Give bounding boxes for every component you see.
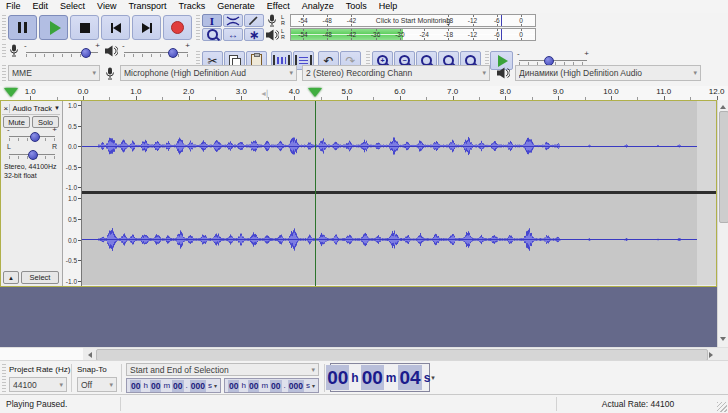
recording-volume-handle[interactable] <box>81 48 91 58</box>
playback-device-select[interactable]: Динамики (High Definition Audio▾ <box>515 65 701 81</box>
recording-device-select[interactable]: Microphone (High Definition Aud▾ <box>120 65 297 81</box>
selection-tool-button[interactable]: I <box>202 14 222 27</box>
stop-button[interactable] <box>70 15 99 40</box>
time-digit-group[interactable]: 00 <box>326 365 349 390</box>
window-resize-grip[interactable] <box>717 402 727 412</box>
vertical-ruler-label: -1.0 <box>66 278 77 285</box>
menu-tracks[interactable]: Tracks <box>173 0 212 13</box>
scroll-up-button[interactable] <box>718 100 728 111</box>
timeline-ruler[interactable]: ◄▏ 1.00.01.02.03.04.05.06.07.08.09.010.0… <box>0 86 728 101</box>
time-digit-group[interactable]: 00 <box>150 380 161 392</box>
vertical-scroll-thumb[interactable] <box>719 111 728 223</box>
time-digit-group[interactable]: 00 <box>270 380 281 392</box>
track-close-button[interactable]: × <box>2 104 10 113</box>
snap-to-select[interactable]: Off▾ <box>77 377 117 392</box>
time-unit-label[interactable]: m <box>163 381 170 390</box>
pinned-playhead-icon[interactable] <box>4 88 18 97</box>
play-button[interactable] <box>39 15 68 40</box>
vertical-scrollbar[interactable] <box>717 100 728 347</box>
selection-mode-select[interactable]: Start and End of Selection▾ <box>126 363 319 376</box>
time-digit-group[interactable]: 000 <box>288 380 304 392</box>
track-pan-handle[interactable] <box>28 150 38 160</box>
zoom-tool-button[interactable] <box>202 28 222 41</box>
track-menu-arrow-icon[interactable]: ▼ <box>54 105 60 111</box>
menu-file[interactable]: File <box>0 0 27 13</box>
meter-monitor-message[interactable]: Click to Start Monitoring <box>291 17 535 24</box>
menu-effect[interactable]: Effect <box>261 0 296 13</box>
envelope-tool-button[interactable] <box>223 14 243 27</box>
horizontal-scrollbar[interactable] <box>0 347 728 360</box>
record-meter-mic-icon[interactable] <box>267 14 277 27</box>
selection-start-field[interactable]: 00h00m00.000s▾ <box>126 378 221 393</box>
waveform-right-channel[interactable] <box>82 194 716 285</box>
scroll-down-button[interactable] <box>718 335 728 346</box>
time-unit-label[interactable]: h <box>143 381 147 390</box>
time-digit-group[interactable]: 00 <box>248 380 259 392</box>
track-gain-handle[interactable] <box>30 132 40 142</box>
playback-meter[interactable]: -54-48-42-36-30-24-18-12-60 <box>290 28 536 41</box>
scroll-left-button[interactable] <box>83 349 93 360</box>
device-toolbar-grip[interactable] <box>2 65 6 83</box>
time-digit-group[interactable]: 04 <box>398 365 421 390</box>
skip-to-end-button[interactable] <box>132 15 161 40</box>
playback-volume-slider[interactable]: - + <box>124 45 188 59</box>
time-unit-label[interactable]: . <box>284 381 286 390</box>
recording-volume-slider[interactable]: - + <box>26 45 98 59</box>
time-digit-group[interactable]: 00 <box>130 380 141 392</box>
playback-volume-handle[interactable] <box>168 48 178 58</box>
selection-end-format-arrow[interactable]: ▾ <box>312 382 315 389</box>
time-digit-group[interactable]: 00 <box>361 365 384 390</box>
track-format-info: Stereo, 44100Hz <box>4 163 57 170</box>
time-unit-label[interactable]: h <box>241 381 245 390</box>
track-title[interactable]: Audio Track <box>12 104 52 113</box>
time-unit-label[interactable]: h <box>351 371 358 385</box>
time-unit-label[interactable]: s <box>306 381 310 390</box>
menu-select[interactable]: Select <box>54 0 91 13</box>
audio-position-timer[interactable]: 00h00m04s▾ <box>330 363 430 392</box>
menu-tools[interactable]: Tools <box>340 0 373 13</box>
time-digit-group[interactable]: 00 <box>172 380 183 392</box>
menu-generate[interactable]: Generate <box>211 0 261 13</box>
menu-view[interactable]: View <box>91 0 122 13</box>
record-button[interactable] <box>163 15 192 40</box>
play-meter-speaker-icon[interactable] <box>266 29 279 41</box>
time-shift-tool-button[interactable]: ↔ <box>223 28 243 41</box>
multi-tool-button[interactable]: ∗ <box>244 28 264 41</box>
recording-meter[interactable]: -54-48-42-18-12-60Click to Start Monitor… <box>290 14 536 27</box>
empty-track-area[interactable] <box>0 287 717 347</box>
track-select-button[interactable]: Select <box>21 271 59 284</box>
draw-tool-button[interactable] <box>244 14 264 27</box>
selection-toolbar-grip[interactable] <box>2 364 6 392</box>
menu-transport[interactable]: Transport <box>122 0 172 13</box>
track-gain-slider[interactable]: - + <box>9 129 55 143</box>
track-collapse-button[interactable]: ▲ <box>3 271 19 284</box>
tools-toolbar-grip[interactable] <box>196 15 200 42</box>
project-rate-select[interactable]: 44100▾ <box>9 377 67 392</box>
waveform-left-channel[interactable] <box>82 101 716 191</box>
selection-start-format-arrow[interactable]: ▾ <box>214 382 217 389</box>
scroll-right-button[interactable] <box>707 349 717 360</box>
pause-button[interactable] <box>8 15 37 40</box>
time-unit-label[interactable]: m <box>261 381 268 390</box>
time-unit-label[interactable]: s <box>208 381 212 390</box>
track-header: × Audio Track ▼ <box>2 102 60 115</box>
menu-edit[interactable]: Edit <box>27 0 55 13</box>
menu-analyze[interactable]: Analyze <box>296 0 340 13</box>
status-message: Playing Paused. <box>6 399 67 409</box>
audio-host-select[interactable]: MME▾ <box>8 65 100 81</box>
track-pan-slider[interactable]: L R <box>9 147 55 161</box>
time-unit-label[interactable]: . <box>186 381 188 390</box>
transport-toolbar-grip[interactable] <box>2 15 6 40</box>
playhead-triangle-icon[interactable] <box>308 88 322 97</box>
vertical-scale-ruler[interactable]: 1.00.50.0-0.5-1.01.00.50.0-0.5-1.0 <box>63 101 82 286</box>
time-unit-label[interactable]: s <box>424 371 431 385</box>
mixer-toolbar-grip[interactable] <box>2 44 6 59</box>
menu-help[interactable]: Help <box>373 0 404 13</box>
time-digit-group[interactable]: 000 <box>190 380 206 392</box>
skip-to-start-button[interactable] <box>101 15 130 40</box>
time-unit-label[interactable]: m <box>386 371 397 385</box>
timer-format-arrow[interactable]: ▾ <box>431 374 435 382</box>
selection-end-field[interactable]: 00h00m00.000s▾ <box>224 378 319 393</box>
recording-channels-select[interactable]: 2 (Stereo) Recording Chann▾ <box>302 65 490 81</box>
time-digit-group[interactable]: 00 <box>228 380 239 392</box>
